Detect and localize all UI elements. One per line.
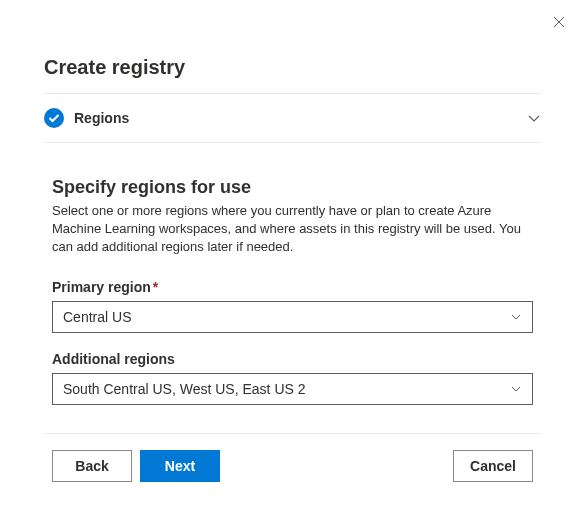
close-button[interactable] [551, 14, 567, 30]
next-button[interactable]: Next [140, 450, 220, 482]
close-icon [553, 16, 565, 28]
svg-point-0 [44, 108, 64, 128]
content-heading: Specify regions for use [52, 177, 533, 198]
section-label: Regions [74, 110, 527, 126]
chevron-down-icon [527, 111, 541, 125]
cancel-button[interactable]: Cancel [453, 450, 533, 482]
primary-region-dropdown[interactable]: Central US [52, 301, 533, 333]
primary-region-label: Primary region* [52, 279, 533, 295]
back-button[interactable]: Back [52, 450, 132, 482]
page-title: Create registry [44, 0, 541, 94]
chevron-down-icon [510, 383, 522, 395]
check-circle-icon [44, 108, 64, 128]
primary-region-value: Central US [63, 309, 131, 325]
content-description: Select one or more regions where you cur… [52, 202, 533, 257]
additional-regions-value: South Central US, West US, East US 2 [63, 381, 306, 397]
required-indicator: * [153, 279, 158, 295]
additional-regions-label: Additional regions [52, 351, 533, 367]
additional-regions-dropdown[interactable]: South Central US, West US, East US 2 [52, 373, 533, 405]
chevron-down-icon [510, 311, 522, 323]
section-regions[interactable]: Regions [44, 94, 541, 143]
